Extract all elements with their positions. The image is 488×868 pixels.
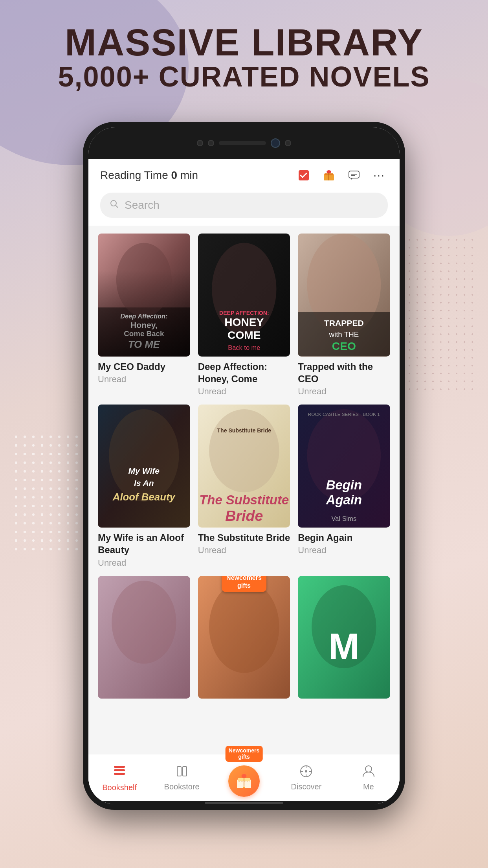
reading-time-display: Reading Time 0 min: [100, 169, 198, 182]
book-cover: My Wife Is An Aloof Beauty: [98, 405, 190, 528]
search-bar[interactable]: Search: [100, 193, 388, 218]
book-status: Unread: [98, 374, 190, 384]
book-cover: ROCK CASTLE SERIES - BOOK 1 Begin Again …: [298, 405, 390, 528]
svg-text:HONEY: HONEY: [224, 316, 264, 328]
svg-point-11: [116, 243, 172, 317]
gifts-badge-line2: gifts: [229, 754, 260, 760]
main-headline: MASSIVE LIBRARY: [0, 24, 488, 61]
books-scroll-area[interactable]: Deep Affection: Honey, Come Back TO ME M…: [88, 226, 400, 754]
book-item[interactable]: ROCK CASTLE SERIES - BOOK 1 Begin Again …: [298, 405, 390, 568]
svg-text:DEEP AFFECTION:: DEEP AFFECTION:: [219, 310, 269, 316]
book-item[interactable]: The Substitute Bride The Substitute Brid…: [198, 405, 290, 568]
svg-rect-53: [114, 773, 125, 775]
svg-text:TRAPPED: TRAPPED: [324, 318, 364, 327]
book-item[interactable]: Newcomers gifts: [198, 576, 290, 703]
search-icon: [110, 199, 119, 211]
book-cover: DEEP AFFECTION: HONEY COME Back to me: [198, 234, 290, 357]
book-status: Unread: [198, 545, 290, 555]
book-item[interactable]: TRAPPED with THE CEO Trapped with the CE…: [298, 234, 390, 397]
app-header: Reading Time 0 min: [88, 159, 400, 188]
chat-icon[interactable]: [345, 167, 363, 184]
svg-text:The Substitute: The Substitute: [199, 493, 289, 507]
nav-gifts[interactable]: Newcomers gifts: [213, 755, 275, 801]
reading-time-value: 0: [171, 169, 178, 181]
book-cover: [98, 576, 190, 699]
front-camera: [271, 138, 280, 148]
bookstore-icon: [175, 764, 189, 780]
book-cover: Deep Affection: Honey, Come Back TO ME: [98, 234, 190, 357]
bookstore-label: Bookstore: [164, 782, 200, 791]
book-item[interactable]: M: [298, 576, 390, 703]
svg-text:Come Back: Come Back: [124, 329, 164, 338]
bottom-navigation: Bookshelf Bookstore: [88, 754, 400, 801]
book-item[interactable]: DEEP AFFECTION: HONEY COME Back to me De…: [198, 234, 290, 397]
gifts-center-button[interactable]: [228, 765, 260, 797]
svg-rect-9: [98, 234, 190, 356]
bg-dots-left: [12, 432, 83, 550]
book-status: Unread: [298, 545, 390, 555]
gifts-badge-line1: Newcomers: [229, 747, 260, 754]
book-cover: TRAPPED with THE CEO: [298, 234, 390, 357]
gift-icon[interactable]: [320, 167, 338, 184]
svg-point-34: [209, 409, 279, 492]
svg-point-67: [365, 766, 372, 772]
book-item[interactable]: [98, 576, 190, 703]
svg-text:Again: Again: [326, 493, 362, 507]
svg-rect-10: [98, 307, 190, 356]
book-title: Trapped with the CEO: [298, 360, 390, 385]
camera-dot-2: [208, 140, 214, 146]
me-icon: [361, 764, 376, 780]
nav-bookshelf[interactable]: Bookshelf: [88, 760, 150, 796]
phone-top-bar: [88, 127, 400, 159]
nav-bookstore[interactable]: Bookstore: [150, 760, 213, 795]
book-item[interactable]: My Wife Is An Aloof Beauty My Wife is an…: [98, 405, 190, 568]
svg-text:TO ME: TO ME: [128, 339, 160, 350]
header-icons-group: ···: [295, 167, 388, 184]
app-screen: Reading Time 0 min: [88, 159, 400, 804]
reading-time-label: Reading Time: [100, 169, 168, 181]
svg-text:Val Sims: Val Sims: [332, 515, 357, 522]
svg-text:COME: COME: [227, 329, 261, 341]
svg-rect-51: [114, 766, 125, 768]
search-section: Search: [88, 188, 400, 226]
svg-text:Begin: Begin: [326, 478, 362, 493]
svg-line-8: [116, 205, 118, 208]
book-title: Deep Affection: Honey, Come: [198, 360, 290, 385]
svg-rect-54: [177, 767, 181, 776]
camera-speaker: [219, 141, 266, 145]
svg-point-45: [112, 581, 176, 664]
phone-screen: Reading Time 0 min: [88, 127, 400, 804]
discover-label: Discover: [291, 782, 322, 791]
svg-text:Honey,: Honey,: [130, 320, 158, 329]
book-item[interactable]: Deep Affection: Honey, Come Back TO ME M…: [98, 234, 190, 397]
more-icon[interactable]: ···: [371, 167, 388, 184]
home-indicator: [88, 801, 400, 804]
svg-text:CEO: CEO: [332, 340, 356, 352]
reading-time-unit: min: [180, 169, 198, 181]
svg-text:Bride: Bride: [225, 508, 263, 524]
sub-headline: 5,000+ CURATED NOVELS: [0, 61, 488, 92]
camera-dot-3: [285, 140, 291, 146]
bookshelf-icon: [112, 763, 127, 781]
svg-text:M: M: [329, 625, 360, 667]
book-status: Unread: [198, 386, 290, 397]
svg-text:Is An: Is An: [134, 478, 154, 487]
book-title: Begin Again: [298, 531, 390, 544]
book-status: Unread: [98, 558, 190, 568]
book-title: My CEO Daddy: [98, 360, 190, 373]
books-grid: Deep Affection: Honey, Come Back TO ME M…: [98, 234, 390, 702]
svg-rect-52: [114, 769, 125, 771]
discover-icon: [299, 764, 313, 780]
svg-text:Aloof Beauty: Aloof Beauty: [112, 492, 176, 503]
svg-text:My Wife: My Wife: [128, 467, 160, 476]
book-title: The Substitute Bride: [198, 531, 290, 544]
nav-discover[interactable]: Discover: [275, 760, 337, 795]
svg-text:Deep Affection:: Deep Affection:: [120, 313, 167, 320]
bookshelf-label: Bookshelf: [102, 783, 137, 792]
gifts-badge: Newcomers gifts: [226, 746, 263, 762]
camera-area: [88, 127, 400, 159]
svg-point-62: [305, 770, 307, 772]
nav-me[interactable]: Me: [338, 760, 400, 795]
checklist-icon[interactable]: [295, 167, 312, 184]
book-title: My Wife is an Aloof Beauty: [98, 531, 190, 556]
